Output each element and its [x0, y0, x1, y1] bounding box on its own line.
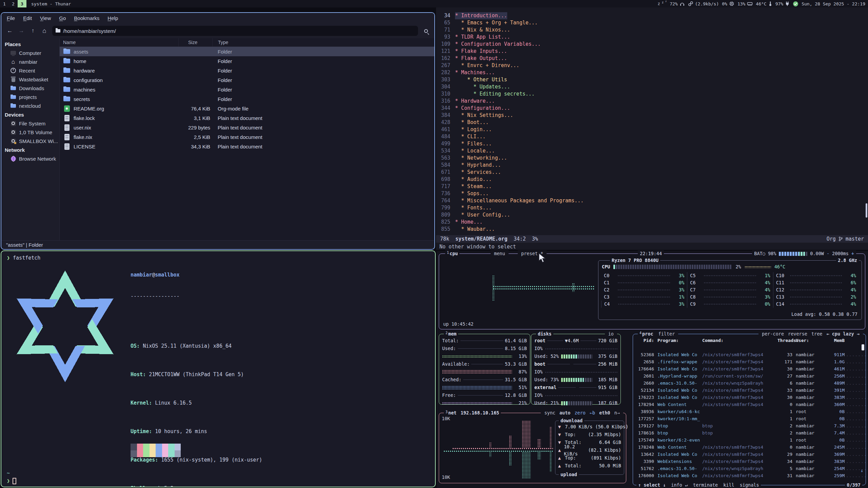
btop-menu-button[interactable]: menu	[492, 250, 507, 257]
updates-ok-icon[interactable]	[793, 1, 798, 7]
col-mem[interactable]: MemB	[824, 337, 845, 351]
emacs-scrollbar[interactable]	[866, 203, 867, 218]
sidebar-item[interactable]: Browse Network	[1, 154, 59, 163]
process-row[interactable]: 52368 Isolated Web Co /nix/store/sm8fmrf…	[633, 351, 866, 358]
file-row[interactable]: machines Folder	[60, 85, 434, 94]
process-row[interactable]: 176223 Isolated Web Co /nix/store/sm8fmr…	[633, 394, 866, 401]
org-heading[interactable]: 428 * Boot...	[436, 119, 868, 126]
file-row[interactable]: home Folder	[60, 56, 434, 66]
menu-view[interactable]: View	[40, 15, 51, 21]
network-indicator[interactable]: (2.9kb/s)	[688, 1, 719, 6]
org-heading[interactable]: 310 * Editing secrets...	[436, 90, 868, 98]
org-heading[interactable]: 499 * Files...	[436, 140, 868, 147]
org-heading[interactable]: 316 * Hardware...	[436, 98, 868, 105]
signals-key[interactable]: signals	[740, 482, 759, 488]
org-heading[interactable]: 65 * Emacs + Org + Tangle...	[436, 19, 868, 26]
interval-minus[interactable]: -	[827, 250, 829, 257]
volume-indicator[interactable]: 72%	[670, 1, 685, 6]
org-heading[interactable]: 764 * Miscellaneous Packages and Program…	[436, 197, 868, 204]
org-heading[interactable]: 34 * Introduction...	[436, 12, 868, 19]
process-row[interactable]: 3390 WebExtensions /nix/store/sm8fmrf3wp…	[633, 458, 866, 465]
file-row[interactable]: flake.nix 2,5 KiB Plain text document	[60, 132, 434, 142]
column-type[interactable]: Type	[212, 38, 434, 46]
col-command[interactable]: Command:	[702, 337, 776, 351]
net-next-iface[interactable]: n→	[613, 409, 622, 416]
process-row[interactable]: 176646 Isolated Web Co /nix/store/sm8fmr…	[633, 365, 866, 372]
org-heading[interactable]: 534 * Locale...	[436, 147, 868, 155]
proc-sort-selector[interactable]: ← cpu lazy →	[825, 330, 861, 338]
idle-inhibitor-icon[interactable]: zzz	[657, 2, 667, 6]
col-program[interactable]: Program:	[655, 337, 701, 351]
org-heading[interactable]: 162 * Flake Output...	[436, 55, 868, 62]
col-cpu[interactable]: Cpu% ↑	[865, 337, 868, 351]
process-row[interactable]: 52134 Isolated Web Co /nix/store/sm8fmrf…	[633, 387, 866, 394]
search-button[interactable]	[421, 26, 431, 36]
org-heading[interactable]: 809 * User Config...	[436, 211, 868, 219]
process-row[interactable]: 2660 .emacs-31.0.50- /nix/store/wnqz5pa8…	[633, 380, 866, 387]
workspace-button[interactable]: 1	[0, 0, 9, 7]
menu-edit[interactable]: Edit	[23, 15, 32, 21]
process-row[interactable]: 13642 Isolated Web Co /nix/store/sm8fmrf…	[633, 451, 866, 458]
process-row[interactable]: 178248 Web Content /nix/store/sm8fmrf3wp…	[633, 444, 866, 451]
sidebar-item[interactable]: projects	[1, 93, 59, 101]
org-heading[interactable]: 855 * Waubar...	[436, 226, 868, 233]
menu-help[interactable]: Help	[107, 15, 118, 21]
process-row[interactable]: 51762 .emacs-31.0.50- /nix/store/wnqz5pa…	[633, 465, 866, 472]
org-heading[interactable]: 484 * CLI...	[436, 133, 868, 140]
menu-bookmarks[interactable]: Bookmarks	[74, 15, 99, 21]
org-heading[interactable]: 717 * Steam...	[436, 183, 868, 190]
org-heading[interactable]: 825 * Home...	[436, 219, 868, 226]
org-heading[interactable]: 71 * Nix & Nixos...	[436, 26, 868, 34]
sidebar-item[interactable]: Computer	[1, 48, 59, 57]
process-row[interactable]: 38936 kworker/u64:6-kc 1 root 0B 0.0	[633, 408, 866, 415]
process-row[interactable]: 179127 btop btop 2 nambiar 7.3M 0.0	[633, 422, 866, 429]
mem-box-title[interactable]: mem	[448, 330, 456, 338]
proc-filter-button[interactable]: filter	[657, 330, 677, 338]
scroll-down-icon[interactable]: ↓	[861, 467, 863, 474]
back-button[interactable]: ←	[5, 26, 15, 36]
org-heading[interactable]: 563 * Networking...	[436, 155, 868, 162]
org-heading[interactable]: 671 * Services...	[436, 169, 868, 176]
proc-reverse-toggle[interactable]: reverse	[786, 330, 809, 338]
select-keys[interactable]: ↑ select ↓	[638, 482, 666, 488]
sidebar-item[interactable]: Wastebasket	[1, 75, 59, 84]
forward-button[interactable]: →	[16, 26, 26, 36]
process-row[interactable]: 176000 Isolated Web Co /nix/store/sm8fmr…	[633, 472, 866, 479]
net-zero-toggle[interactable]: zero	[573, 409, 587, 416]
sidebar-item[interactable]: SMALLBOX Wi...	[1, 137, 59, 145]
file-row[interactable]: secrets Folder	[60, 94, 434, 104]
col-user[interactable]: User:	[794, 337, 822, 351]
org-heading[interactable]: 584 * Hyprland...	[436, 162, 868, 169]
org-heading[interactable]: 267 * Envrc + Direnv...	[436, 62, 868, 69]
proc-percore-toggle[interactable]: per-core	[760, 330, 786, 338]
sidebar-item[interactable]: Recent	[1, 66, 59, 75]
disks-box-title[interactable]: disks	[538, 330, 552, 338]
process-row[interactable]: 175749 kworker/6:2-even 1 root 0B 0.0	[633, 436, 866, 444]
net-prev-iface[interactable]: ←b	[588, 409, 597, 416]
net-sync-toggle[interactable]: sync	[542, 409, 557, 416]
info-key[interactable]: info ↵	[671, 482, 688, 488]
path-field[interactable]: /home/nambiar/system/	[52, 26, 418, 36]
interval-plus[interactable]: +	[851, 250, 854, 257]
file-row[interactable]: assets Folder	[60, 47, 434, 56]
process-row[interactable]: 178616 btop btop 2 nambiar 7.4M 0.0	[633, 429, 866, 436]
column-name[interactable]: Name	[63, 40, 178, 45]
col-pid[interactable]: Pid:	[636, 337, 654, 351]
workspace-button[interactable]: 3	[18, 0, 26, 7]
org-heading[interactable]: 282 * Machines...	[436, 69, 868, 76]
sidebar-item[interactable]: nambiar	[1, 57, 59, 66]
menu-go[interactable]: Go	[59, 15, 66, 21]
file-row[interactable]: flake.lock 3,1 KiB Plain text document	[60, 113, 434, 123]
workspace-button[interactable]: 2	[9, 0, 18, 7]
file-row[interactable]: configuration Folder	[60, 75, 434, 85]
org-heading[interactable]: 121 * Flake Inputs...	[436, 48, 868, 55]
sidebar-item[interactable]: nextcloud	[1, 101, 59, 110]
net-auto-toggle[interactable]: auto	[558, 409, 572, 416]
proc-tree-toggle[interactable]: tree	[810, 330, 824, 338]
proc-box-title[interactable]: proc	[642, 330, 653, 338]
home-button[interactable]: ⌂	[39, 26, 50, 36]
org-heading[interactable]: 698 * Audio...	[436, 176, 868, 183]
battery-indicator[interactable]: 97%	[775, 1, 790, 6]
org-heading[interactable]: 384 * Nix Settings...	[436, 112, 868, 119]
cpu-box-title[interactable]: cpu	[450, 250, 458, 257]
